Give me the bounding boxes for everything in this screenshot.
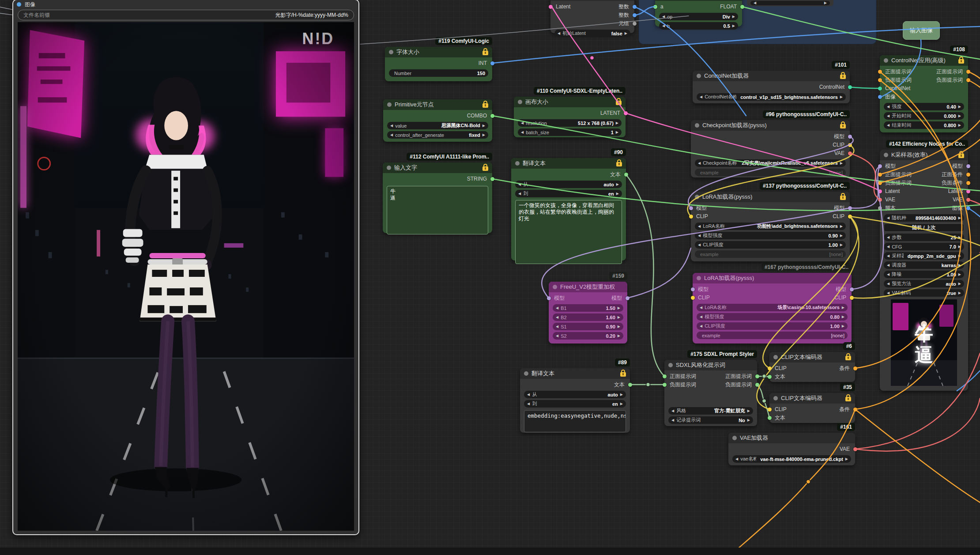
widget-example[interactable]: example[none] — [695, 169, 846, 176]
decrement-arrow-icon[interactable]: ◀ — [700, 306, 702, 310]
output-slot-dot[interactable] — [490, 177, 494, 181]
input-image-node[interactable]: 输入图像 — [903, 21, 940, 40]
increment-arrow-icon[interactable]: ▶ — [958, 245, 961, 249]
increment-arrow-icon[interactable]: ▶ — [618, 334, 620, 338]
lock-icon[interactable] — [482, 103, 488, 108]
decrement-arrow-icon[interactable]: ◀ — [390, 124, 393, 128]
reroute-dot-4[interactable] — [807, 480, 810, 484]
output-slot-dot[interactable] — [633, 13, 637, 17]
increment-arrow-icon[interactable]: ▶ — [620, 402, 623, 406]
collapse-dot-icon[interactable] — [884, 153, 888, 157]
increment-arrow-icon[interactable]: ▶ — [618, 316, 620, 319]
output-slot-dot[interactable] — [966, 189, 970, 193]
widget-开始时间[interactable]: ◀开始时间0.000▶ — [884, 112, 964, 120]
decrement-arrow-icon[interactable]: ◀ — [700, 95, 702, 99]
increment-arrow-icon[interactable]: ▶ — [845, 457, 848, 461]
lock-icon[interactable] — [958, 154, 964, 158]
decrement-arrow-icon[interactable]: ◀ — [700, 325, 702, 328]
increment-arrow-icon[interactable]: ▶ — [842, 306, 844, 310]
reroute-dot-1[interactable] — [646, 383, 650, 387]
output-slot-dot[interactable] — [490, 61, 494, 65]
output-slot-dot[interactable] — [853, 447, 857, 451]
widget-op[interactable]: ◀opDiv▶ — [659, 13, 738, 20]
collapse-dot-icon[interactable] — [387, 166, 391, 170]
decrement-arrow-icon[interactable]: ◀ — [887, 273, 890, 276]
output-slot-dot[interactable] — [626, 296, 629, 300]
collapse-dot-icon[interactable] — [389, 50, 393, 54]
increment-arrow-icon[interactable]: ▶ — [618, 325, 620, 328]
input-slot-dot[interactable] — [878, 198, 882, 202]
widget-采样器[interactable]: ◀采样器dpmpp_2m_sde_gpu▶ — [884, 252, 964, 260]
collapse-dot-icon[interactable] — [695, 195, 699, 199]
collapse-dot-icon[interactable] — [515, 161, 520, 166]
increment-arrow-icon[interactable]: ▶ — [958, 105, 961, 109]
node-101-titlebar[interactable]: ControlNet加载器 — [693, 71, 850, 81]
output-slot-dot[interactable] — [624, 111, 628, 115]
increment-arrow-icon[interactable]: ▶ — [958, 124, 961, 127]
decrement-arrow-icon[interactable]: ◀ — [698, 225, 701, 228]
output-slot-dot[interactable] — [633, 22, 637, 26]
lock-icon[interactable] — [616, 101, 622, 105]
widget-从[interactable]: ◀从auto▶ — [524, 391, 626, 398]
output-slot-dot[interactable] — [848, 143, 852, 147]
input-slot-dot[interactable] — [878, 70, 882, 74]
widget-LoRA名称[interactable]: ◀LoRA名称功能性\add_brightness.safetensors▶ — [695, 223, 846, 230]
node-108[interactable]: #108ControlNet应用(高级)正面提示词正面提示词负面提示词负面提示词… — [880, 55, 968, 132]
node-6[interactable]: #6CLIP文本编码器CLIP条件文本 — [769, 352, 855, 382]
output-slot-dot[interactable] — [848, 206, 852, 210]
node-119-titlebar[interactable]: 字体大小 — [385, 47, 492, 57]
node-89-titlebar[interactable]: 翻译文本 — [520, 368, 630, 379]
widget-CLIP强度[interactable]: ◀CLIP强度1.00▶ — [695, 241, 846, 249]
widget-CLIP强度[interactable]: ◀CLIP强度1.00▶ — [697, 322, 848, 330]
decrement-arrow-icon[interactable]: ◀ — [700, 315, 702, 319]
increment-arrow-icon[interactable]: ▶ — [482, 124, 485, 128]
output-slot-dot[interactable] — [966, 206, 970, 210]
reroute-dot-2[interactable] — [762, 374, 766, 378]
node-35-titlebar[interactable]: CLIP文本编码器 — [769, 393, 855, 404]
widget-记录提示词[interactable]: ◀记录提示词No▶ — [668, 416, 753, 424]
widget-value[interactable]: ◀value思源黑体CN-Bold▶ — [387, 122, 488, 129]
decrement-arrow-icon[interactable]: ◀ — [887, 291, 890, 295]
collapse-dot-icon[interactable] — [732, 436, 737, 440]
increment-arrow-icon[interactable]: ▶ — [842, 315, 844, 319]
node-142-titlebar[interactable]: K采样器(效率) — [880, 150, 968, 160]
widget-调度器[interactable]: ◀调度器karras▶ — [884, 261, 964, 269]
input-slot-dot[interactable] — [878, 181, 882, 185]
node-primitive[interactable]: Primitive元节点COMBO◀value思源黑体CN-Bold▶◀cont… — [383, 99, 492, 142]
output-slot-dot[interactable] — [966, 181, 970, 185]
node-175[interactable]: #175 SDXL Prompt StylerSDXL风格化提示词正面提示词正面… — [664, 360, 757, 426]
output-slot-dot[interactable] — [850, 296, 854, 300]
node-110[interactable]: #110 ComfyUI-SDXL-EmptyLaten..画布大小LATENT… — [514, 97, 626, 137]
filename-prefix-widget[interactable]: 文件名前缀 光影字/H-%date:yyyy-MM-dd% — [18, 10, 354, 20]
output-slot-dot[interactable] — [966, 198, 970, 202]
image-input-dot[interactable] — [17, 2, 21, 7]
input-slot-dot[interactable] — [768, 408, 772, 412]
node-161[interactable]: #161VAE加载器VAE◀vae名称vae-ft-mse-840000-ema… — [728, 433, 855, 465]
widget-模型强度[interactable]: ◀模型强度0.90▶ — [695, 232, 846, 239]
node-latent-size[interactable]: Latent整数整数元组◀初始Latentfalse▶ — [550, 0, 634, 33]
decrement-arrow-icon[interactable]: ◀ — [735, 457, 738, 461]
widget-ControlNet名称[interactable]: ◀ControlNet名称control_v1p_sd15_brightness… — [697, 93, 846, 101]
decrement-arrow-icon[interactable]: ◀ — [698, 243, 701, 247]
widget-预览方法[interactable]: ◀预览方法auto▶ — [884, 280, 964, 287]
decrement-arrow-icon[interactable]: ◀ — [556, 334, 558, 338]
widget-风格[interactable]: ◀风格官方-霓虹朋克▶ — [668, 407, 753, 415]
node-119[interactable]: #119 ComfyUI-Logic字体大小INTNumber150 — [385, 47, 492, 81]
decrement-arrow-icon[interactable]: ◀ — [887, 105, 890, 109]
increment-arrow-icon[interactable]: ▶ — [840, 162, 843, 165]
input-slot-dot[interactable] — [689, 206, 693, 210]
increment-arrow-icon[interactable]: ▶ — [842, 325, 844, 328]
output-slot-dot[interactable] — [848, 151, 852, 155]
decrement-arrow-icon[interactable]: ◀ — [887, 282, 890, 286]
output-slot-dot[interactable] — [755, 374, 759, 378]
increment-arrow-icon[interactable]: ▶ — [618, 306, 620, 310]
node-latent-size-titlebar[interactable] — [550, 0, 634, 1]
output-slot-dot[interactable] — [490, 114, 494, 118]
image-node-header[interactable]: 图像 — [13, 0, 358, 9]
output-slot-dot[interactable] — [966, 164, 970, 168]
widget-结束时间[interactable]: ◀结束时间0.800▶ — [884, 121, 964, 129]
widget-S2[interactable]: ◀S20.20▶ — [553, 332, 623, 340]
decrement-arrow-icon[interactable]: ◀ — [662, 15, 665, 19]
output-slot-dot[interactable] — [628, 383, 632, 387]
decrement-arrow-icon[interactable]: ◀ — [518, 192, 521, 196]
